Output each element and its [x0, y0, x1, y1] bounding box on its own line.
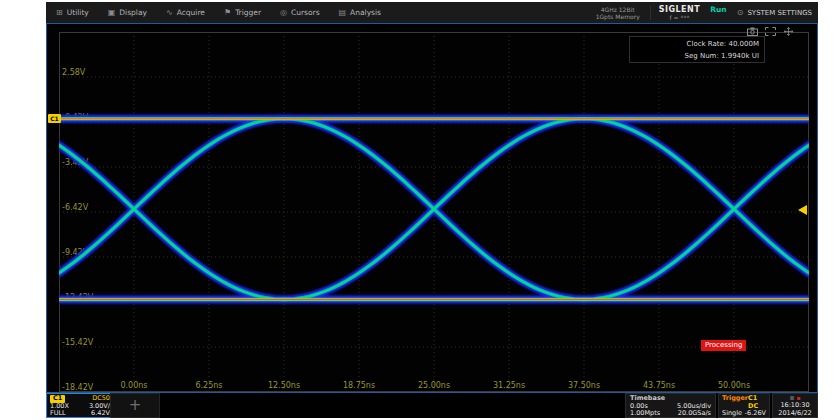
x-axis-label: 43.75ns [643, 381, 675, 390]
segment-count-readout: Seg Num: 1.9940k UI [630, 50, 759, 62]
display-menu-icon: ▣ [108, 8, 116, 17]
channel1-offset-marker[interactable]: C1 [48, 114, 61, 123]
menu-item-label: Display [119, 8, 147, 17]
x-axis-label: 50.00ns [718, 381, 750, 390]
channel1-box[interactable]: C1 DC50 1.00X 3.00V/ FULL 6.42V [46, 393, 114, 418]
display-toolbar [747, 27, 794, 36]
usb-icon: ▪ [796, 394, 800, 401]
timebase-points: 1.00Mpts [630, 410, 660, 418]
trigger-frequency-readout: f = *** [659, 14, 701, 21]
status-bar: C1 DC50 1.00X 3.00V/ FULL 6.42V + Timeba… [46, 393, 818, 418]
system-settings-button[interactable]: ⊙ SYSTEM SETTINGS [737, 8, 818, 17]
menu-item-cursors[interactable]: ◎Cursors [280, 8, 320, 17]
timebase-box[interactable]: Timebase 0.00s 5.00us/div 1.00Mpts 20.0G… [625, 393, 716, 418]
system-settings-label: SYSTEM SETTINGS [747, 9, 812, 17]
brand-logo: SIGLENT [659, 5, 701, 14]
clock-date: 2014/6/22 [773, 409, 817, 417]
trigger-box[interactable]: Trigger C1 DC Single -6.26V Edge Rising [718, 393, 770, 418]
acquisition-status[interactable]: Run [708, 5, 736, 20]
eye-diagram-plot: 2.58V-0.42V-3.42V-6.42V-9.42V-12.42V-15.… [59, 32, 809, 392]
device-info-line1: 4GHz 12Bit [596, 6, 640, 13]
x-axis-label: 18.75ns [343, 381, 375, 390]
menu-item-analysis[interactable]: ▤Analysis [339, 8, 381, 17]
pan-icon[interactable] [783, 27, 794, 36]
menu-item-label: Utility [67, 8, 89, 17]
menu-bar: ⊞Utility▣Display∿Acquire⚑Trigger◎Cursors… [46, 8, 381, 17]
analysis-menu-icon: ▤ [339, 8, 347, 17]
waveform-display: 2.58V-0.42V-3.42V-6.42V-9.42V-12.42V-15.… [46, 23, 818, 393]
lan-icon: ≣ [789, 394, 794, 401]
topbar-right: 4GHz 12Bit 1Gpts Memory SIGLENT f = *** … [596, 2, 818, 23]
trigger-type: Edge [722, 418, 738, 419]
y-axis-label: 2.58V [62, 68, 86, 77]
eye-info-box: Clock Rate: 40.000M Seg Num: 1.9940k UI [629, 36, 765, 63]
datetime-box: ≣ ▪ 16:10:30 2014/6/22 [772, 393, 818, 418]
channel1-bandwidth: FULL [50, 410, 66, 418]
channel1-offset: 6.42V [91, 410, 110, 418]
menu-item-display[interactable]: ▣Display [108, 8, 147, 17]
top-menu-bar: ⊞Utility▣Display∿Acquire⚑Trigger◎Cursors… [46, 2, 818, 23]
clock-time: 16:10:30 [773, 401, 817, 409]
oscilloscope-ui: ⊞Utility▣Display∿Acquire⚑Trigger◎Cursors… [46, 2, 818, 418]
trigger-slope: Rising [746, 418, 766, 419]
x-axis-label: 37.50ns [568, 381, 600, 390]
menu-item-label: Analysis [350, 8, 381, 17]
clock-rate-readout: Clock Rate: 40.000M [630, 38, 759, 50]
x-axis-label: 6.25ns [195, 381, 222, 390]
device-info: 4GHz 12Bit 1Gpts Memory [596, 6, 651, 20]
x-axis-label: 31.25ns [493, 381, 525, 390]
x-axis-label: 12.50ns [268, 381, 300, 390]
y-axis-label: -18.42V [62, 383, 94, 392]
menu-item-utility[interactable]: ⊞Utility [56, 8, 89, 17]
trigger-title: Trigger [722, 395, 748, 410]
trigger-level-marker[interactable] [798, 205, 807, 215]
y-axis-label: -6.42V [62, 203, 89, 212]
status-icons: ≣ ▪ [773, 394, 817, 401]
x-axis-label: 25.00ns [418, 381, 450, 390]
y-axis-label: -15.42V [62, 338, 94, 347]
brand-block: SIGLENT f = *** [651, 5, 709, 21]
processing-badge: Processing [701, 340, 746, 351]
menu-item-label: Cursors [291, 8, 320, 17]
crosshair-icon: + [111, 394, 159, 417]
screenshot-camera-icon[interactable] [747, 27, 758, 36]
utility-menu-icon: ⊞ [56, 8, 63, 17]
cursors-menu-icon: ◎ [280, 8, 287, 17]
x-axis-label: 0.00ns [120, 381, 147, 390]
menu-item-acquire[interactable]: ∿Acquire [166, 8, 205, 17]
timebase-sample-rate: 20.0GSa/s [678, 410, 711, 418]
acquire-menu-icon: ∿ [166, 8, 173, 17]
add-channel-box[interactable]: + [110, 393, 160, 418]
menu-item-label: Trigger [235, 8, 261, 17]
menu-item-trigger[interactable]: ⚑Trigger [224, 8, 261, 17]
trigger-source: C1 DC [748, 395, 766, 410]
menu-item-label: Acquire [177, 8, 205, 17]
trigger-menu-icon: ⚑ [224, 8, 231, 17]
settings-icon: ⊙ [737, 8, 744, 17]
device-info-line2: 1Gpts Memory [596, 13, 640, 20]
fullscreen-icon[interactable] [765, 27, 776, 36]
